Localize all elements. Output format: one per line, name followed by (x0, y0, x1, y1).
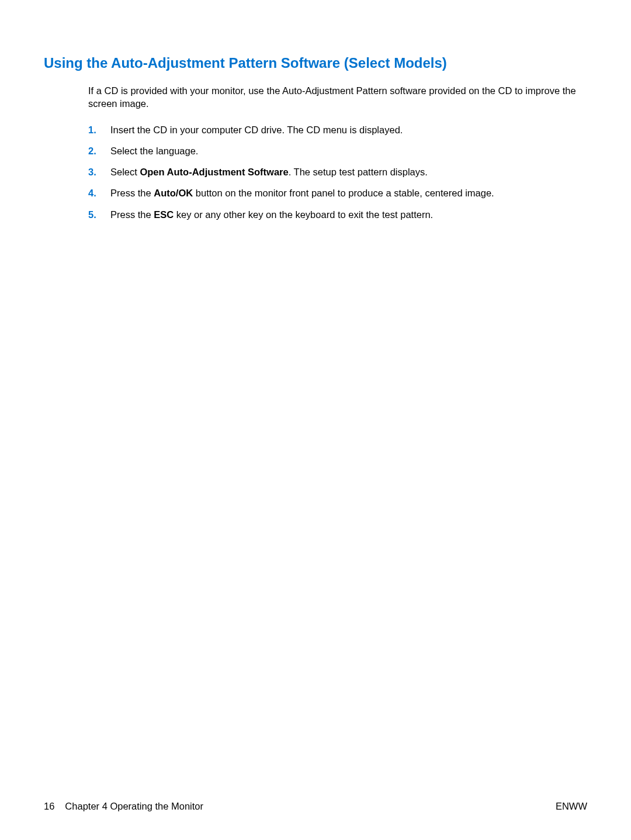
step-number: 5. (88, 208, 99, 221)
step-text: Select Open Auto-Adjustment Software. Th… (110, 165, 587, 178)
step-text: Select the language. (110, 144, 587, 157)
chapter-label: Chapter 4 Operating the Monitor (65, 801, 203, 812)
page-content: Using the Auto-Adjustment Pattern Softwa… (0, 0, 631, 221)
step-text: Insert the CD in your computer CD drive.… (110, 123, 587, 136)
step-item: 3.Select Open Auto-Adjustment Software. … (88, 165, 587, 178)
intro-paragraph: If a CD is provided with your monitor, u… (88, 84, 585, 110)
footer-left: 16 Chapter 4 Operating the Monitor (44, 801, 203, 812)
page-footer: 16 Chapter 4 Operating the Monitor ENWW (44, 801, 587, 812)
step-number: 1. (88, 123, 99, 136)
step-text: Press the ESC key or any other key on th… (110, 208, 587, 221)
step-number: 3. (88, 165, 99, 178)
page-number: 16 (44, 801, 54, 812)
step-number: 2. (88, 144, 99, 157)
step-item: 5.Press the ESC key or any other key on … (88, 208, 587, 221)
steps-list: 1.Insert the CD in your computer CD driv… (88, 123, 587, 221)
step-item: 4.Press the Auto/OK button on the monito… (88, 186, 587, 199)
step-text: Press the Auto/OK button on the monitor … (110, 186, 587, 199)
step-item: 1.Insert the CD in your computer CD driv… (88, 123, 587, 136)
footer-right: ENWW (556, 801, 587, 812)
step-item: 2.Select the language. (88, 144, 587, 157)
step-number: 4. (88, 186, 99, 199)
section-heading: Using the Auto-Adjustment Pattern Softwa… (44, 55, 587, 71)
